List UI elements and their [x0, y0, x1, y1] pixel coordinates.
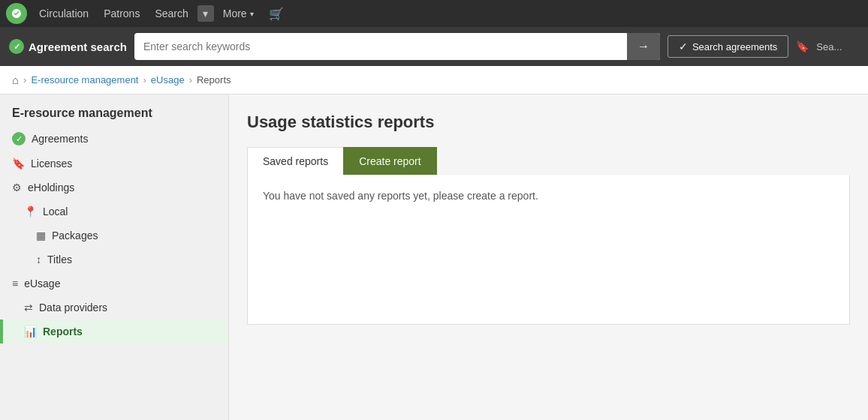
- eholdings-icon: ⚙: [12, 182, 22, 194]
- licenses-icon: 🔖: [12, 158, 25, 170]
- breadcrumb-sep-1: ›: [23, 74, 26, 86]
- main-layout: E-resource management ✓ Agreements 🔖 Lic…: [0, 94, 868, 420]
- page-title: Usage statistics reports: [247, 112, 850, 132]
- search-agreements-icon: ✓: [679, 40, 688, 52]
- search-overflow-text: Sea...: [816, 41, 842, 52]
- search-tag-icon: 🔖: [796, 40, 809, 52]
- empty-message: You have not saved any reports yet, plea…: [263, 190, 834, 202]
- search-agreements-button[interactable]: ✓ Search agreements: [668, 35, 788, 58]
- sidebar: E-resource management ✓ Agreements 🔖 Lic…: [0, 94, 229, 420]
- check-circle-icon: ✓: [9, 39, 24, 54]
- reports-icon: 📊: [24, 326, 37, 338]
- cart-icon[interactable]: 🛒: [261, 7, 291, 21]
- top-nav: Circulation Patrons Search ▾ More ▾ 🛒: [0, 0, 868, 27]
- tab-create-report[interactable]: Create report: [343, 147, 436, 175]
- sidebar-item-data-providers[interactable]: ⇄ Data providers: [0, 296, 228, 320]
- breadcrumb-sep-3: ›: [189, 74, 192, 86]
- sidebar-item-local[interactable]: 📍 Local: [0, 200, 228, 224]
- search-bar-row: ✓ Agreement search → ✓ Search agreements…: [0, 27, 868, 66]
- breadcrumb-sep-2: ›: [143, 74, 146, 86]
- sidebar-item-agreements[interactable]: ✓ Agreements: [0, 126, 228, 152]
- eusage-icon: ≡: [12, 278, 18, 290]
- breadcrumb-eusage[interactable]: eUsage: [151, 74, 185, 86]
- sidebar-item-reports[interactable]: 📊 Reports: [0, 320, 228, 344]
- logo-icon: [11, 8, 23, 20]
- search-input-wrapper: →: [134, 33, 660, 60]
- titles-icon: ↕: [36, 254, 41, 266]
- content-area: Usage statistics reports Saved reports C…: [229, 94, 868, 420]
- sidebar-item-licenses[interactable]: 🔖 Licenses: [0, 152, 228, 176]
- home-icon[interactable]: ⌂: [12, 74, 19, 86]
- more-dropdown-arrow: ▾: [250, 10, 254, 18]
- sidebar-section-title: E-resource management: [0, 94, 228, 126]
- search-input[interactable]: [134, 36, 627, 57]
- sidebar-item-eholdings[interactable]: ⚙ eHoldings: [0, 176, 228, 200]
- agreements-icon: ✓: [12, 132, 26, 146]
- breadcrumb-eresource[interactable]: E-resource management: [31, 74, 138, 86]
- nav-item-more[interactable]: More ▾: [215, 0, 261, 27]
- logo[interactable]: [6, 3, 27, 24]
- search-go-button[interactable]: →: [627, 33, 660, 60]
- local-icon: 📍: [24, 206, 37, 218]
- tab-saved-reports[interactable]: Saved reports: [247, 147, 343, 175]
- tabs-row: Saved reports Create report: [247, 147, 850, 175]
- sidebar-item-eusage[interactable]: ≡ eUsage: [0, 272, 228, 296]
- packages-icon: ▦: [36, 230, 46, 242]
- agreement-search-label: ✓ Agreement search: [9, 39, 127, 54]
- nav-item-patrons[interactable]: Patrons: [96, 0, 147, 27]
- breadcrumb-current: Reports: [197, 74, 231, 86]
- sidebar-item-packages[interactable]: ▦ Packages: [0, 224, 228, 248]
- sidebar-item-titles[interactable]: ↕ Titles: [0, 248, 228, 272]
- breadcrumb: ⌂ › E-resource management › eUsage › Rep…: [0, 66, 868, 94]
- nav-dropdown-arrow[interactable]: ▾: [197, 5, 214, 22]
- tab-content: You have not saved any reports yet, plea…: [247, 175, 850, 325]
- nav-item-circulation[interactable]: Circulation: [32, 0, 96, 27]
- nav-item-search[interactable]: Search: [147, 0, 195, 27]
- data-providers-icon: ⇄: [24, 302, 33, 314]
